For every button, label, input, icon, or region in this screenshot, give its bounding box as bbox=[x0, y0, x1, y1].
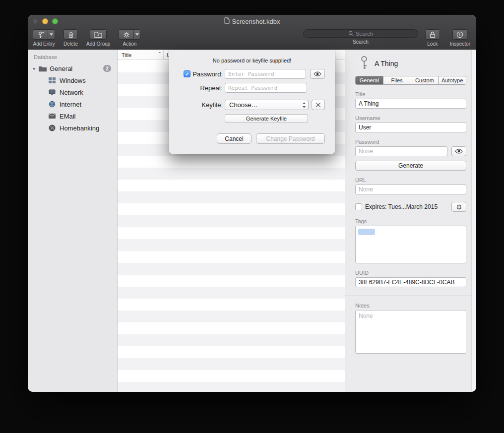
lock-label: Lock bbox=[427, 41, 438, 47]
trash-icon bbox=[67, 31, 74, 38]
generate-keyfile-button[interactable]: Generate Keyfile bbox=[225, 114, 308, 123]
inspector-label: Inspector bbox=[450, 41, 470, 47]
disclosure-triangle-icon[interactable]: ▾ bbox=[33, 66, 39, 71]
gear-icon bbox=[119, 30, 133, 39]
divider bbox=[345, 296, 476, 296]
add-entry-button[interactable] bbox=[33, 29, 55, 40]
sidebar-item-general[interactable]: ▾ General 2 bbox=[28, 62, 117, 74]
expires-label: Expires: Tues...March 2015 bbox=[365, 203, 438, 210]
sidebar-item-windows[interactable]: Windows bbox=[28, 74, 117, 86]
add-entry-label: Add Entry bbox=[33, 41, 55, 47]
add-group-button[interactable] bbox=[90, 29, 107, 40]
repeat-password-input[interactable] bbox=[225, 83, 307, 93]
change-password-dialog: No password or keyfile supplied! ✓ Passw… bbox=[169, 50, 335, 154]
expires-settings-button[interactable] bbox=[451, 202, 466, 212]
add-group-label: Add Group bbox=[86, 41, 110, 47]
sidebar-item-email[interactable]: EMail bbox=[28, 110, 117, 122]
lock-icon bbox=[430, 31, 436, 38]
search-placeholder: Search bbox=[356, 31, 373, 37]
column-header-title[interactable]: Title ˆ bbox=[118, 50, 164, 60]
sidebar-item-internet[interactable]: Internet bbox=[28, 98, 117, 110]
password-checkbox[interactable]: ✓ bbox=[184, 70, 190, 77]
generate-password-button[interactable]: Generate bbox=[355, 161, 466, 171]
window-title-text: Screenshot.kdbx bbox=[232, 18, 280, 25]
clear-keyfile-button[interactable] bbox=[312, 100, 325, 110]
cancel-button[interactable]: Cancel bbox=[217, 133, 252, 144]
window-chrome: Screenshot.kdbx Add Entry D bbox=[28, 15, 476, 50]
username-field-label: Username bbox=[355, 115, 466, 121]
change-password-button[interactable]: Change Password bbox=[256, 133, 325, 144]
inspector-scrollbar[interactable] bbox=[471, 50, 476, 392]
dialog-message: No password or keyfile supplied! bbox=[169, 58, 335, 63]
gear-icon bbox=[456, 204, 462, 210]
search-input[interactable]: Search bbox=[303, 29, 418, 38]
inspector-panel: A Thing General Files Custom Autotype Ti… bbox=[345, 50, 476, 392]
action-dropdown[interactable] bbox=[133, 30, 140, 39]
inspector-button[interactable] bbox=[452, 29, 467, 40]
dialog-buttons: Cancel Change Password bbox=[169, 133, 325, 144]
action-label: Action bbox=[123, 41, 136, 47]
lock-item: Lock bbox=[425, 29, 440, 47]
uuid-field[interactable] bbox=[355, 277, 466, 287]
tab-custom[interactable]: Custom bbox=[411, 76, 439, 84]
window-title: Screenshot.kdbx bbox=[28, 15, 476, 28]
stepper-icon bbox=[302, 102, 306, 108]
title-field-label: Title bbox=[355, 91, 466, 97]
add-entry-item: Add Entry bbox=[33, 29, 55, 47]
titlebar[interactable]: Screenshot.kdbx bbox=[28, 15, 476, 28]
password-field-label: Password bbox=[355, 139, 466, 145]
homebanking-icon bbox=[48, 124, 56, 131]
folder-plus-icon bbox=[94, 31, 102, 38]
search-item: Search Search bbox=[303, 29, 418, 47]
delete-item: Delete bbox=[63, 29, 78, 47]
tab-general[interactable]: General bbox=[356, 76, 383, 84]
keyfile-popup[interactable]: Choose… bbox=[225, 100, 309, 110]
sidebar: Database ▾ General 2 Windows Network bbox=[28, 50, 118, 392]
tag-token[interactable] bbox=[358, 229, 375, 235]
entry-title: A Thing bbox=[375, 60, 398, 67]
enter-password-input[interactable] bbox=[225, 69, 306, 79]
sidebar-item-label: General bbox=[50, 65, 72, 72]
username-field[interactable] bbox=[355, 123, 466, 132]
show-password-button[interactable] bbox=[310, 69, 325, 79]
uuid-label: UUID bbox=[355, 270, 466, 276]
network-icon bbox=[48, 89, 56, 95]
sidebar-item-label: EMail bbox=[60, 113, 76, 120]
close-x-icon bbox=[315, 102, 321, 108]
internet-icon bbox=[48, 101, 56, 108]
sidebar-header: Database bbox=[28, 50, 117, 62]
search-label: Search bbox=[353, 39, 369, 45]
sidebar-item-network[interactable]: Network bbox=[28, 86, 117, 98]
show-password-button[interactable] bbox=[451, 146, 466, 156]
sidebar-item-label: Internet bbox=[60, 101, 81, 108]
repeat-row: Repeat: bbox=[180, 83, 325, 93]
delete-button[interactable] bbox=[63, 29, 78, 40]
tags-field[interactable] bbox=[355, 226, 466, 263]
info-icon bbox=[456, 31, 463, 38]
action-button[interactable] bbox=[119, 29, 140, 40]
url-field[interactable] bbox=[355, 185, 466, 194]
password-row: ✓ Password: bbox=[180, 69, 325, 79]
eye-icon bbox=[314, 71, 321, 76]
sidebar-item-homebanking[interactable]: Homebanking bbox=[28, 122, 117, 134]
notes-field[interactable] bbox=[355, 310, 466, 354]
column-title-label: Title bbox=[122, 52, 131, 58]
action-item: Action bbox=[119, 29, 140, 47]
tags-label: Tags bbox=[355, 218, 466, 224]
expires-row: Expires: Tues...March 2015 bbox=[355, 202, 466, 212]
tab-files[interactable]: Files bbox=[383, 76, 411, 84]
repeat-label: Repeat: bbox=[200, 84, 223, 92]
inspector-tabs: General Files Custom Autotype bbox=[355, 76, 466, 85]
title-field[interactable] bbox=[355, 99, 466, 109]
add-entry-dropdown[interactable] bbox=[48, 30, 55, 39]
tab-autotype[interactable]: Autotype bbox=[439, 76, 466, 84]
chevron-down-icon bbox=[135, 33, 139, 36]
sidebar-item-label: Windows bbox=[60, 77, 86, 84]
lock-button[interactable] bbox=[425, 29, 440, 40]
notes-label: Notes bbox=[355, 303, 466, 309]
password-field[interactable] bbox=[355, 146, 447, 156]
email-icon bbox=[48, 114, 56, 119]
keyfile-value: Choose… bbox=[229, 101, 258, 109]
sidebar-item-label: Network bbox=[60, 89, 83, 96]
expires-checkbox[interactable] bbox=[355, 203, 362, 210]
